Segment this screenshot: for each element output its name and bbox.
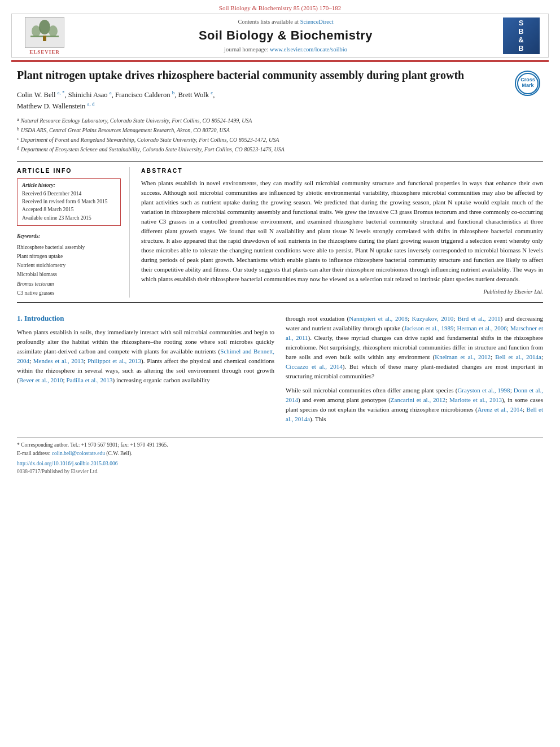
- available-date: Available online 23 March 2015: [22, 214, 116, 222]
- crossmark-badge[interactable]: Cross Mark: [512, 68, 543, 99]
- ref-bever[interactable]: Bever et al., 2010: [19, 377, 63, 383]
- ref-jackson[interactable]: Jackson et al., 1989: [404, 325, 454, 331]
- authors-line: Colin W. Bell a, *, Shinichi Asao a, Fra…: [17, 89, 543, 112]
- journal-center: Contents lists available at ScienceDirec…: [73, 16, 498, 55]
- article-info-heading: ARTICLE INFO: [17, 167, 121, 174]
- abstract-heading: ABSTRACT: [141, 167, 543, 174]
- keywords-section: Keywords: Rhizosphere bacterial assembly…: [17, 231, 121, 298]
- ref-kuzyakov[interactable]: Kuzyakov, 2010: [412, 315, 454, 322]
- homepage-line: journal homepage: www.elsevier.com/locat…: [78, 46, 493, 53]
- ref-zancarini[interactable]: Zancarini et al., 2012: [391, 396, 445, 403]
- author-email[interactable]: colin.bell@colostate.edu: [52, 451, 105, 456]
- intro-left-text: When plants establish in soils, they imm…: [17, 327, 274, 385]
- elsevier-wordmark: ELSEVIER: [29, 49, 60, 55]
- accepted-date: Accepted 8 March 2015: [22, 206, 116, 213]
- ref-herman[interactable]: Herman et al., 2006: [457, 325, 507, 331]
- keyword-6: C3 native grasses: [17, 289, 121, 298]
- ref-nannipieri[interactable]: Nannipieri et al., 2008: [349, 315, 408, 322]
- svg-rect-4: [43, 36, 46, 41]
- two-column-section: ARTICLE INFO Article history: Received 6…: [17, 167, 543, 298]
- journal-title: Soil Biology & Biochemistry: [78, 28, 493, 43]
- ref-ciccazzo[interactable]: Ciccazzo et al., 2014: [286, 363, 343, 370]
- crossmark-icon: Cross Mark: [515, 71, 540, 96]
- ref-padilla[interactable]: Padilla et al., 2013: [66, 377, 112, 383]
- journal-banner: ELSEVIER Contents lists available at Sci…: [11, 14, 549, 58]
- intro-divider: [17, 302, 543, 303]
- elsevier-tree-icon: [25, 17, 64, 48]
- ref-grayston[interactable]: Grayston et al., 1998: [457, 387, 510, 394]
- main-content: Plant nitrogen uptake drives rhizosphere…: [0, 68, 560, 475]
- journal-logo-right: SB&B: [498, 18, 544, 54]
- received-date: Received 6 December 2014: [22, 190, 116, 198]
- doi-line[interactable]: http://dx.doi.org/10.1016/j.soilbio.2015…: [17, 460, 543, 468]
- svg-point-2: [39, 20, 50, 34]
- svg-text:Cross: Cross: [520, 77, 535, 82]
- ref-philippot[interactable]: Philippot et al., 2013: [88, 357, 141, 364]
- intro-left-column: 1. Introduction When plants establish in…: [17, 314, 274, 429]
- keywords-heading: Keywords:: [17, 231, 121, 241]
- ref-arenz[interactable]: Arenz et al., 2014: [478, 406, 523, 413]
- introduction-section: 1. Introduction When plants establish in…: [17, 314, 543, 429]
- published-line: Published by Elsevier Ltd.: [141, 289, 543, 295]
- ref-bird[interactable]: Bird et al., 2011: [458, 315, 501, 322]
- article-info-column: ARTICLE INFO Article history: Received 6…: [17, 167, 130, 298]
- main-divider: [17, 161, 543, 161]
- sciencedirect-link[interactable]: ScienceDirect: [300, 19, 334, 25]
- ref-knelman[interactable]: Knelman et al., 2012: [435, 353, 491, 360]
- svg-text:Mark: Mark: [522, 82, 534, 88]
- history-heading: Article history:: [22, 182, 116, 188]
- email-line: E-mail address: colin.bell@colostate.edu…: [17, 449, 543, 457]
- intro-right-column: through root exudation (Nannipieri et al…: [286, 314, 543, 429]
- keyword-5: Bromus tectorum: [17, 279, 121, 289]
- intro-title: 1. Introduction: [17, 314, 274, 323]
- revised-heading: Received in revised form 6 March 2015: [22, 198, 116, 206]
- journal-logo-box: SB&B: [503, 18, 540, 54]
- keyword-3: Nutrient stoichiometry: [17, 261, 121, 270]
- abstract-text: When plants establish in novel environme…: [141, 178, 543, 285]
- ref-bell2014a[interactable]: Bell et al., 2014a: [495, 353, 541, 360]
- citation-line: Soil Biology & Biochemistry 85 (2015) 17…: [11, 5, 549, 11]
- journal-header: Soil Biology & Biochemistry 85 (2015) 17…: [0, 0, 560, 58]
- contents-line: Contents lists available at ScienceDirec…: [78, 19, 493, 25]
- keyword-2: Plant nitrogen uptake: [17, 252, 121, 261]
- article-title: Plant nitrogen uptake drives rhizosphere…: [17, 68, 543, 82]
- ref-marlotte[interactable]: Marlotte et al., 2013: [449, 396, 502, 403]
- keyword-1: Rhizosphere bacterial assembly: [17, 243, 121, 252]
- corresponding-author: * Corresponding author. Tel.: +1 970 567…: [17, 441, 543, 449]
- red-divider: [11, 60, 549, 62]
- intro-right-text: through root exudation (Nannipieri et al…: [286, 314, 543, 425]
- homepage-url[interactable]: www.elsevier.com/locate/soilbio: [270, 46, 347, 53]
- elsevier-logo: ELSEVIER: [16, 17, 73, 55]
- affiliations: aNatural Resource Ecology Laboratory, Co…: [17, 116, 543, 154]
- ref-mendes[interactable]: Mendes et al., 2013: [33, 357, 84, 364]
- footnote-section: * Corresponding author. Tel.: +1 970 567…: [17, 437, 543, 475]
- abstract-column: ABSTRACT When plants establish in novel …: [141, 167, 543, 298]
- issn-line: 0038-0717/Published by Elsevier Ltd.: [17, 468, 543, 475]
- article-history-box: Article history: Received 6 December 201…: [17, 178, 121, 226]
- svg-point-3: [49, 25, 58, 37]
- keyword-4: Microbial biomass: [17, 270, 121, 279]
